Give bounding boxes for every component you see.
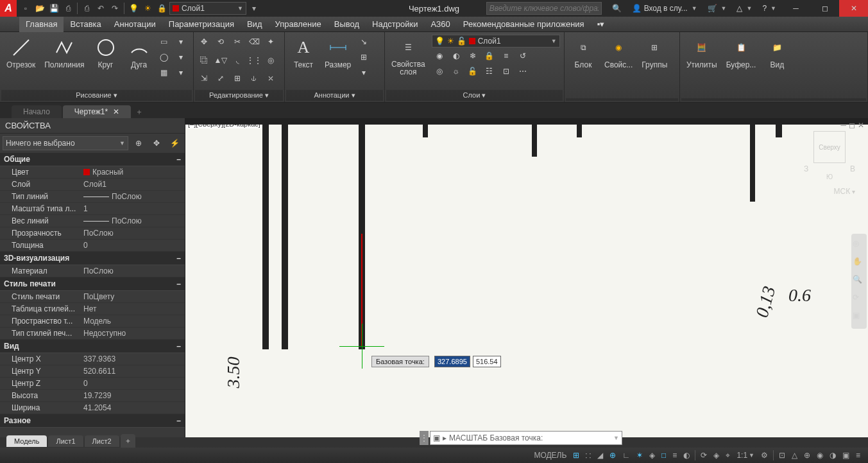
break-icon[interactable]: ⤫ <box>263 71 278 85</box>
layout-sheet1[interactable]: Лист1 <box>48 435 83 447</box>
layer-off-icon[interactable]: ◐ <box>448 49 464 63</box>
bulb-icon[interactable]: 💡 <box>127 2 140 15</box>
prop-centery-value[interactable]: 520.6611 <box>83 367 185 376</box>
prop-centerx-value[interactable]: 337.9363 <box>83 354 185 363</box>
a360-icon[interactable]: △▼ <box>731 0 757 17</box>
cmdline-grip[interactable]: ⋮ <box>420 431 429 445</box>
status-3dosnap-icon[interactable]: ◈ <box>711 449 722 462</box>
tab-manage[interactable]: Управление <box>268 17 327 32</box>
cat-view[interactable]: Вид– <box>0 340 185 353</box>
hatch-icon[interactable]: ▦ <box>157 66 172 80</box>
tab-a360[interactable]: A360 <box>424 17 456 32</box>
status-infer-icon[interactable]: ◢ <box>595 449 606 462</box>
rect-icon[interactable]: ▭ <box>157 35 172 49</box>
tab-add-button[interactable]: ＋ <box>132 105 146 118</box>
status-snap-icon[interactable]: ⸬ <box>583 449 593 462</box>
prop-linetype-value[interactable]: ПоСлою <box>83 192 185 201</box>
prop-plottype-value[interactable]: Недоступно <box>83 329 185 338</box>
prop-material-value[interactable]: ПоСлою <box>83 266 185 275</box>
maximize-button[interactable]: ◻ <box>810 0 839 17</box>
status-ducs-icon[interactable]: ⌖ <box>723 449 733 462</box>
mirror-icon[interactable]: ▲▽ <box>213 53 228 67</box>
explode-icon[interactable]: ✦ <box>263 35 278 49</box>
prop-centerz-value[interactable]: 0 <box>83 379 185 388</box>
status-dynamic-icon[interactable]: ⊕ <box>607 449 618 462</box>
draw-dd-icon[interactable]: ▾ <box>173 35 189 49</box>
status-osnap-icon[interactable]: □ <box>659 449 668 462</box>
layer-combo[interactable]: 💡☀🔓 Слой1 ▼ <box>432 35 560 48</box>
minimize-button[interactable]: ─ <box>781 0 810 17</box>
text-button[interactable]: AТекст <box>287 35 319 72</box>
prop-ltscale-value[interactable]: 1 <box>83 204 185 213</box>
cat-plot[interactable]: Стиль печати– <box>0 277 185 291</box>
ellipse-icon[interactable]: ◯ <box>157 50 172 64</box>
pickadd-icon[interactable]: ⊕ <box>131 136 146 150</box>
nav-orbit-icon[interactable]: ⟳ <box>853 293 865 306</box>
draw-dd2-icon[interactable]: ▾ <box>173 50 189 64</box>
layer-walk-icon[interactable]: ☷ <box>482 64 497 78</box>
plot-icon[interactable]: ⎙ <box>80 2 93 15</box>
tab-home[interactable]: Главная <box>19 17 64 32</box>
save-icon[interactable]: 💾 <box>47 2 60 15</box>
tab-panel-menu-icon[interactable]: ▪▾ <box>591 17 611 32</box>
layer-more-icon[interactable]: ⋯ <box>515 64 531 78</box>
layout-add-button[interactable]: ＋ <box>121 434 135 448</box>
status-clean-icon[interactable]: ▣ <box>840 449 852 462</box>
prop-layer-value[interactable]: Слой1 <box>83 180 185 189</box>
cat-general[interactable]: Общие– <box>0 153 185 166</box>
tab-featured[interactable]: Рекомендованные приложения <box>457 17 591 32</box>
nav-pan-icon[interactable]: ✋ <box>853 257 865 270</box>
signin-button[interactable]: 👤Вход в слу...▼ <box>627 0 702 17</box>
erase-icon[interactable]: ⌫ <box>246 35 262 49</box>
quickselect-icon[interactable]: ⚡ <box>167 136 182 150</box>
navigation-bar[interactable]: ◎ ✋ 🔍 ⟳ ▣ <box>851 234 867 329</box>
rotate-icon[interactable]: ⟲ <box>213 35 228 49</box>
nav-showmotion-icon[interactable]: ▣ <box>853 311 865 324</box>
copy-icon[interactable]: ⿻ <box>196 53 212 67</box>
line-button[interactable]: Отрезок <box>3 35 39 72</box>
grid-icon[interactable]: ⊞ <box>230 71 245 85</box>
clipboard-button[interactable]: 📋Буфер... <box>722 35 760 72</box>
status-lwt-icon[interactable]: ≡ <box>670 449 679 462</box>
status-scale[interactable]: 1:1▼ <box>734 449 757 462</box>
prop-height-value[interactable]: 19.7239 <box>83 391 185 400</box>
draw-dd3-icon[interactable]: ▾ <box>173 66 189 80</box>
qat-layer-combo[interactable]: Слой1 ▼ <box>169 2 246 15</box>
status-gear-icon[interactable]: ⚙ <box>758 449 770 462</box>
cmdline-dd-icon[interactable]: ▼ <box>613 435 619 441</box>
viewcube[interactable]: Сверху ЗВ Ю МСК ▾ <box>804 131 855 195</box>
layer-unlock-icon[interactable]: 🔓 <box>465 64 481 78</box>
cat-misc[interactable]: Разное– <box>0 414 185 428</box>
select-icon[interactable]: ✥ <box>149 136 164 150</box>
status-model[interactable]: МОДЕЛЬ <box>531 449 569 462</box>
layer-lock-icon[interactable]: 🔒 <box>482 49 497 63</box>
leader-icon[interactable]: ↘ <box>356 35 371 49</box>
table-icon[interactable]: ⊞ <box>356 50 371 64</box>
coord-input[interactable]: 327.6895 516.54 <box>434 356 501 367</box>
undo-icon[interactable]: ↶ <box>94 2 107 15</box>
status-isolate-icon[interactable]: ◑ <box>827 449 838 462</box>
status-grid-icon[interactable]: ⊞ <box>570 449 582 462</box>
layer-state-icon[interactable]: ⊡ <box>498 64 514 78</box>
view-button[interactable]: 📁Вид <box>761 35 793 72</box>
drawing-canvas[interactable]: [–][Сверху][2D-каркас] Базовая точка: 32… <box>185 118 868 437</box>
scale-icon[interactable]: ⤢ <box>213 71 228 85</box>
tab-close-icon[interactable]: ✕ <box>113 107 119 116</box>
prop-color-value[interactable]: Красный <box>83 168 185 177</box>
nav-zoom-icon[interactable]: 🔍 <box>853 275 865 288</box>
prop-transparency-value[interactable]: ПоСлою <box>83 229 185 238</box>
layer-prev-icon[interactable]: ↺ <box>515 49 531 63</box>
tab-annotate[interactable]: Аннотации <box>108 17 162 32</box>
status-units-icon[interactable]: ⊕ <box>801 449 813 462</box>
anno-dd-icon[interactable]: ▾ <box>356 66 371 80</box>
status-polar-icon[interactable]: ✶ <box>634 449 645 462</box>
polyline-button[interactable]: Полилиния <box>40 35 88 72</box>
layout-sheet2[interactable]: Лист2 <box>85 435 119 447</box>
status-ortho-icon[interactable]: ∟ <box>620 449 633 462</box>
circle-button[interactable]: Круг <box>90 35 122 72</box>
block-button[interactable]: ⧉Блок <box>567 35 599 72</box>
tab-addins[interactable]: Надстройки <box>366 17 424 32</box>
prop-width-value[interactable]: 41.2054 <box>83 403 185 412</box>
lock-icon[interactable]: 🔒 <box>155 2 168 15</box>
layer-thaw-icon[interactable]: ☼ <box>448 64 464 78</box>
